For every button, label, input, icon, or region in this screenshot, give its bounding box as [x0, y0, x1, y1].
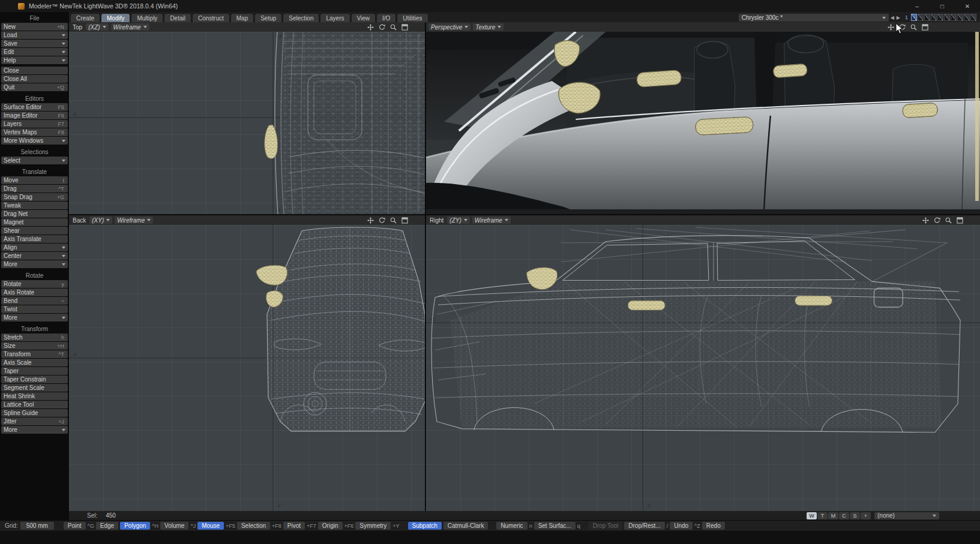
grid-size-button[interactable]: 500 mm [20, 522, 54, 530]
layer-bank-box[interactable] [957, 14, 963, 21]
viewport-mode-dropdown[interactable]: Wireframe [111, 23, 149, 31]
zoom-icon[interactable] [389, 217, 398, 224]
sidebar-item[interactable]: Axis Translate [1, 235, 68, 243]
viewport-right-canvas[interactable]: +Z -Y [426, 225, 980, 511]
sidebar-item[interactable]: Load [1, 31, 68, 39]
toolbar-button[interactable]: Undo [670, 522, 693, 530]
sidebar-item[interactable]: More [1, 426, 68, 434]
menu-tab[interactable]: Selection [283, 13, 319, 22]
menu-tab[interactable]: Utilities [397, 13, 428, 22]
sidebar-item[interactable]: Center [1, 252, 68, 260]
sidebar-item[interactable]: More [1, 260, 68, 268]
toolbar-button[interactable]: Redo [702, 522, 725, 530]
viewport-mode-dropdown[interactable]: Wireframe [115, 217, 153, 224]
toolbar-button[interactable]: Drop Tool [589, 522, 623, 530]
sidebar-item[interactable]: Drag Net [1, 210, 68, 218]
toolbar-button[interactable]: Origin [318, 522, 343, 530]
sidebar-item[interactable]: Drag ^T [1, 185, 68, 193]
zoom-icon[interactable] [389, 23, 398, 31]
viewport-mode-dropdown[interactable]: Texture [473, 23, 504, 31]
minimize-button[interactable]: – [904, 0, 930, 12]
menu-tab[interactable]: View [351, 13, 376, 22]
menu-tab[interactable]: Detail [164, 13, 191, 22]
viewport-view-dropdown[interactable]: Perspective [428, 23, 470, 31]
menu-tab[interactable]: I/O [376, 13, 396, 22]
sidebar-item[interactable]: Select [1, 157, 68, 164]
sidebar-item[interactable]: Shear [1, 227, 68, 235]
vmap-mode-button[interactable]: S [850, 512, 860, 519]
toolbar-button[interactable]: Mouse [197, 522, 224, 530]
pan-icon[interactable] [366, 23, 375, 31]
toolbar-button[interactable]: Edge [96, 522, 118, 530]
sidebar-item[interactable]: Axis Scale [1, 359, 68, 366]
menu-tab[interactable]: Modify [101, 13, 130, 22]
sidebar-item[interactable]: Close All [1, 75, 68, 83]
sidebar-item[interactable]: Tweak [1, 202, 68, 209]
car-front-wireframe[interactable] [267, 227, 425, 431]
sidebar-item[interactable]: Spline Guide [1, 409, 68, 417]
maximize-viewport-icon[interactable] [400, 217, 409, 224]
close-button[interactable]: ✕ [955, 0, 980, 12]
maximize-viewport-icon[interactable] [921, 23, 930, 31]
toolbar-button[interactable]: Subpatch [408, 522, 442, 530]
sidebar-item[interactable]: Jitter +J [1, 417, 68, 425]
sidebar-item[interactable]: Size +H [1, 342, 68, 350]
viewport-axis-dropdown[interactable]: (ZY) [447, 217, 469, 224]
toolbar-button[interactable]: Set Surfac... [534, 522, 576, 530]
maximize-viewport-icon[interactable] [400, 23, 409, 31]
toolbar-button[interactable]: Catmull-Clark [443, 522, 488, 530]
menu-tab[interactable]: Setup [254, 13, 282, 22]
sidebar-item[interactable]: Stretch h [1, 333, 68, 341]
sidebar-item[interactable]: Layers F7 [1, 120, 68, 128]
sidebar-item[interactable]: Heat Shrink [1, 392, 68, 400]
sidebar-item[interactable]: Twist [1, 305, 68, 313]
toolbar-button[interactable]: Selection [237, 522, 270, 530]
menu-tab[interactable]: Map [230, 13, 254, 22]
layer-bank-box[interactable] [944, 14, 950, 21]
sidebar-item[interactable]: New +N [1, 23, 68, 31]
viewport-axis-dropdown[interactable]: (XY) [89, 217, 112, 224]
sidebar-item[interactable]: Align [1, 244, 68, 251]
layer-bank-box[interactable] [924, 14, 930, 21]
sidebar-item[interactable]: More Windows [1, 137, 68, 145]
car-top-wireframe[interactable] [275, 32, 425, 214]
maximize-button[interactable]: □ [930, 0, 955, 12]
titlebar[interactable]: Modeler™ NewTek LightWave 3D® 2018.0.4 (… [0, 0, 980, 12]
vmap-preset-dropdown[interactable]: (none) [874, 512, 939, 519]
layer-bank-box[interactable] [918, 14, 924, 21]
toolbar-button[interactable]: Drop/Rest... [624, 522, 664, 530]
sidebar-item[interactable]: Close [1, 67, 68, 74]
pan-icon[interactable] [921, 217, 930, 224]
rotate-view-icon[interactable] [377, 217, 386, 224]
next-layer-bank-button[interactable]: ▶ [897, 15, 900, 20]
viewport-top-canvas[interactable]: -X +Z -Z [69, 32, 425, 214]
viewport-perspective-canvas[interactable] [426, 32, 980, 214]
sidebar-item[interactable]: Axis Rotate [1, 288, 68, 296]
menu-tab[interactable]: Layers [320, 13, 350, 22]
layer-bank-box[interactable] [964, 14, 970, 21]
toolbar-button[interactable]: Point [64, 522, 86, 530]
layer-bank-box[interactable] [911, 14, 917, 21]
sidebar-item[interactable]: More [1, 314, 68, 321]
viewport-back-canvas[interactable]: -X -Y [69, 225, 425, 511]
sidebar-item[interactable]: Edit [1, 48, 68, 56]
current-object-dropdown[interactable]: Chrysler 300c * [739, 14, 889, 22]
sidebar-item[interactable]: Surface Editor F5 [1, 103, 68, 111]
layer-bank-box[interactable] [970, 14, 976, 21]
rotate-view-icon[interactable] [933, 217, 942, 224]
toolbar-button[interactable]: Volume [160, 522, 188, 530]
sidebar-item[interactable]: Snap Drag +G [1, 193, 68, 201]
rotate-view-icon[interactable] [377, 23, 386, 31]
zoom-icon[interactable] [909, 23, 918, 31]
sidebar-item[interactable]: Rotate y [1, 280, 68, 288]
toolbar-button[interactable]: Numeric [496, 522, 527, 530]
sidebar-item[interactable]: Help [1, 56, 68, 64]
toolbar-button[interactable]: Pivot [283, 522, 305, 530]
sidebar-item[interactable]: Magnet [1, 218, 68, 226]
vmap-mode-button[interactable]: W [807, 512, 817, 519]
vmap-mode-button[interactable]: C [839, 512, 849, 519]
maximize-viewport-icon[interactable] [955, 217, 964, 224]
toolbar-button[interactable]: Polygon [120, 522, 150, 530]
zoom-icon[interactable] [944, 217, 953, 224]
vmap-mode-button[interactable]: M [828, 512, 838, 519]
